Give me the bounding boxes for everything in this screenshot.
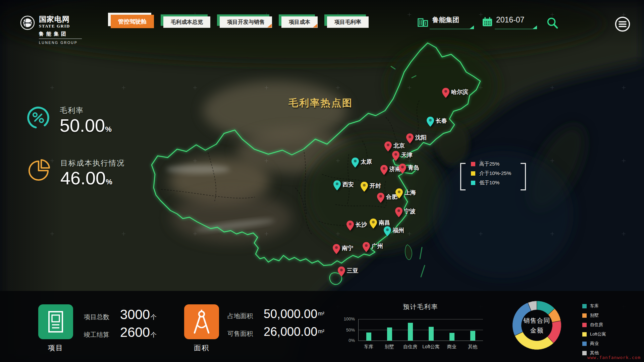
- city-pin-label: 长春: [436, 117, 447, 125]
- stat-card-name: 项目: [38, 343, 73, 353]
- stat-value: 26,000.00: [264, 325, 317, 339]
- compass-icon: [184, 304, 219, 339]
- bar-chart-title: 预计毛利率: [358, 303, 483, 311]
- bar-商业: [449, 333, 454, 341]
- donut-chart: 销售合同 金额: [512, 300, 562, 351]
- chevron-corner-icon: [532, 25, 537, 29]
- bar-ytick-0: 0%: [335, 338, 355, 343]
- map-pin-icon: [406, 133, 414, 143]
- city-pin-label: 西安: [342, 181, 354, 188]
- nav-tab-2[interactable]: 项目开发与销售: [220, 16, 272, 28]
- bar-车库: [366, 333, 371, 341]
- kpi-unit: %: [105, 125, 112, 133]
- nav-tab-0[interactable]: 管控驾驶舱: [111, 15, 154, 28]
- city-pin-哈尔滨[interactable]: 哈尔滨: [442, 88, 449, 99]
- kpi-value: 46.00: [60, 168, 106, 188]
- city-pin-合肥[interactable]: 合肥: [377, 193, 384, 204]
- map-pin-icon: [363, 242, 370, 252]
- grid-plus-mark: [550, 232, 554, 236]
- search-button[interactable]: [546, 17, 559, 31]
- city-pin-label: 南宁: [342, 244, 353, 252]
- city-pin-南宁[interactable]: 南宁: [333, 244, 340, 255]
- grid-plus-mark: [408, 159, 411, 163]
- city-pin-青岛[interactable]: 青岛: [399, 164, 406, 175]
- map-pin-icon: [333, 180, 341, 190]
- nav-tabs: 管控驾驶舱毛利成本总览项目开发与销售项目成本项目毛利率: [111, 15, 369, 28]
- city-pin-label: 沈阳: [415, 134, 427, 141]
- map-pin-icon: [399, 164, 406, 174]
- stat-unit: m²: [318, 328, 324, 335]
- grid-plus-mark: [622, 159, 626, 163]
- stat-rows-area: 占地面积 50,000.00 m² 可售面积 26,000.00 m²: [227, 307, 324, 343]
- tab-label: 项目毛利率: [334, 19, 361, 26]
- legend-row-mid: 介于10%-25%: [471, 170, 511, 177]
- city-pin-福州[interactable]: 福州: [384, 226, 391, 238]
- donut-legend: 车库别墅自住房Loft公寓商业其他: [582, 303, 606, 359]
- map-pin-icon: [346, 221, 354, 231]
- city-pin-开封[interactable]: 开封: [361, 182, 368, 193]
- date-selector[interactable]: 2016-07: [482, 15, 524, 28]
- menu-button[interactable]: [614, 16, 631, 34]
- grid-plus-mark: [193, 86, 197, 89]
- legend-swatch: [582, 332, 587, 337]
- stat-card-name: 面积: [184, 343, 219, 353]
- grid-plus-mark: [550, 159, 554, 163]
- map-title: 毛利率热点图: [288, 97, 353, 110]
- grid-plus-mark: [622, 232, 626, 236]
- legend-rows: 高于25%介于10%-25%低于10%: [471, 161, 511, 189]
- donut-legend-row-商业: 商业: [582, 341, 606, 347]
- grid-plus-mark: [550, 86, 554, 89]
- grid-plus-mark: [550, 13, 554, 16]
- pie-chart-icon: [26, 158, 51, 183]
- city-pin-长沙[interactable]: 长沙: [346, 221, 354, 232]
- city-pin-沈阳[interactable]: 沈阳: [406, 133, 414, 145]
- gridline-50: [359, 330, 483, 330]
- stat-value: 2600: [120, 325, 150, 340]
- map-legend: 高于25%介于10%-25%低于10%: [460, 156, 526, 190]
- city-pin-长春[interactable]: 长春: [427, 117, 434, 128]
- city-pin-天津[interactable]: 天津: [392, 151, 399, 162]
- city-pin-南昌[interactable]: 南昌: [370, 219, 377, 230]
- city-pin-济南[interactable]: 济南: [380, 165, 388, 176]
- city-pin-label: 宁波: [404, 207, 416, 215]
- city-pin-label: 北京: [393, 142, 405, 149]
- stat-label: 可售面积: [227, 329, 264, 338]
- city-pin-广州[interactable]: 广州: [363, 242, 370, 253]
- nav-tab-3[interactable]: 项目成本: [281, 16, 318, 28]
- city-pin-label: 广州: [372, 242, 383, 250]
- legend-bracket-right: [521, 163, 526, 190]
- stat-label: 项目总数: [84, 313, 120, 321]
- kpi-label: 目标成本执行情况: [60, 158, 125, 168]
- bar-自住房: [408, 323, 413, 341]
- city-pin-北京[interactable]: 北京: [384, 141, 392, 153]
- state-grid-emblem-icon: [20, 15, 35, 30]
- brand-title-cn: 国家电网: [39, 15, 82, 23]
- legend-label: 自住房: [590, 322, 603, 328]
- grid-plus-mark: [122, 232, 125, 236]
- city-pin-西安[interactable]: 西安: [333, 180, 341, 192]
- city-pin-宁波[interactable]: 宁波: [395, 207, 402, 219]
- tab-label: 项目成本: [289, 19, 310, 26]
- bar-category-label: 自住房: [400, 344, 421, 350]
- bar-category-label: 别墅: [379, 344, 400, 350]
- map-pin-icon: [395, 207, 402, 217]
- brand-logo: 国家电网 STATE GRID 鲁能集团 LUNENG GROUP: [20, 15, 82, 45]
- grid-plus-mark: [265, 159, 268, 163]
- city-pin-上海[interactable]: 上海: [395, 188, 403, 200]
- legend-label: 车库: [590, 303, 599, 309]
- bar-category-label: 其他: [462, 344, 483, 350]
- donut-title-line2: 金额: [530, 325, 544, 335]
- calendar-icon: [482, 17, 493, 27]
- city-pin-三亚[interactable]: 三亚: [338, 266, 345, 278]
- tab-corner-icon: [267, 24, 272, 27]
- nav-tab-4[interactable]: 项目毛利率: [327, 16, 369, 28]
- org-selector[interactable]: 鲁能集团: [417, 15, 459, 28]
- stat-label: 竣工结算: [84, 330, 120, 339]
- donut-legend-row-车库: 车库: [582, 303, 606, 309]
- nav-tab-1[interactable]: 毛利成本总览: [163, 16, 210, 28]
- legend-swatch: [582, 323, 587, 327]
- map-pin-icon: [395, 188, 403, 198]
- city-pin-太原[interactable]: 太原: [352, 158, 359, 169]
- donut-center-label: 销售合同 金额: [512, 300, 562, 351]
- legend-swatch: [582, 313, 587, 318]
